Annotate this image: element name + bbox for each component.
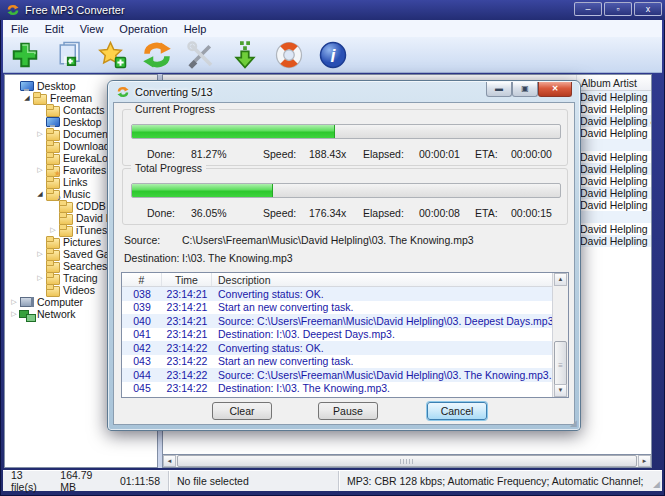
current-progress-stats: Done: 81.27% Speed: 188.43x Elapsed: 00:…: [123, 148, 567, 160]
window-title: Free MP3 Converter: [25, 4, 125, 16]
log-column-number[interactable]: #: [122, 273, 162, 286]
clear-button[interactable]: Clear: [212, 402, 272, 420]
menu-view[interactable]: View: [72, 22, 112, 36]
log-row[interactable]: 03823:14:21Converting status: OK.: [122, 287, 552, 301]
horizontal-scrollbar[interactable]: ◄ ►: [162, 455, 652, 468]
menu-file[interactable]: File: [3, 22, 37, 36]
minimize-button[interactable]: –: [574, 2, 602, 16]
folder-icon: [45, 248, 60, 260]
current-progress-label: Current Progress: [131, 103, 219, 115]
tree-item-label: Searches: [63, 260, 107, 272]
destination-path: I:\03. The Knowing.mp3: [182, 252, 293, 264]
folder-icon: [45, 128, 60, 140]
expand-arrow-icon[interactable]: ▷: [35, 128, 45, 140]
expand-arrow-icon[interactable]: ▷: [35, 164, 45, 176]
pause-button[interactable]: Pause: [318, 402, 378, 420]
tree-item-label: Desktop: [63, 116, 102, 128]
close-button[interactable]: x: [634, 2, 662, 16]
dialog-title: Converting 5/13: [135, 86, 213, 98]
help-button[interactable]: [271, 39, 307, 71]
log-row[interactable]: 04523:14:22Destination: I:\03. The Knowi…: [122, 382, 552, 396]
add-file-button[interactable]: [7, 39, 43, 71]
destination-row: Destination: I:\03. The Knowing.mp3: [124, 252, 293, 264]
eta-value: 00:00:15: [511, 207, 552, 219]
music-overlay-icon: ♪: [57, 194, 61, 202]
log-row[interactable]: 03923:14:21Start an new converting task.: [122, 301, 552, 315]
expand-arrow-icon[interactable]: ▷: [35, 248, 45, 260]
scroll-down-arrow[interactable]: ▼: [554, 384, 567, 397]
expand-arrow-icon[interactable]: ▷: [48, 224, 58, 236]
add-folder-button[interactable]: [51, 39, 87, 71]
expand-arrow-icon[interactable]: ▷: [9, 308, 19, 320]
tools-icon: [186, 40, 216, 70]
log-row[interactable]: 04123:14:21Destination: I:\03. Deepest D…: [122, 328, 552, 342]
log-number-cell: 038: [122, 288, 162, 300]
tree-item-label: Tracing: [63, 272, 98, 284]
log-row[interactable]: 04023:14:21Source: C:\Users\Freeman\Musi…: [122, 314, 552, 328]
log-time-cell: 23:14:22: [162, 355, 212, 367]
help-lifering-icon: [274, 40, 304, 70]
log-description-cell: Converting status: OK.: [212, 288, 552, 300]
expand-arrow-icon[interactable]: ◢: [35, 188, 45, 200]
expand-arrow-icon[interactable]: ◢: [22, 92, 32, 104]
status-format-panel: MP3: CBR 128 kbps; Automatic Frequency; …: [339, 471, 662, 491]
add-folder-icon: [54, 40, 84, 70]
status-output-format: MP3: CBR 128 kbps; Automatic Frequency; …: [347, 475, 643, 487]
tree-item-label: Desktop: [37, 80, 76, 92]
network-icon: [19, 308, 34, 320]
scroll-left-arrow[interactable]: ◄: [163, 455, 176, 467]
maximize-button[interactable]: ▫: [604, 2, 632, 16]
resize-grip[interactable]: ◢: [653, 479, 660, 489]
tree-item-label: Videos: [63, 284, 95, 296]
menu-operation[interactable]: Operation: [111, 22, 175, 36]
tree-item-label: Links: [63, 176, 88, 188]
log-description-cell: Source: C:\Users\Freeman\Music\David Hel…: [212, 315, 552, 327]
elapsed-value: 00:00:01: [419, 148, 460, 160]
current-progress-group: Current Progress Done: 81.27% Speed: 188…: [122, 109, 568, 166]
log-number-cell: 044: [122, 369, 162, 381]
tools-button[interactable]: [183, 39, 219, 71]
menu-bar: File Edit View Operation Help: [3, 20, 662, 37]
speed-value: 188.43x: [309, 148, 346, 160]
log-row[interactable]: 04223:14:22Converting status: OK.: [122, 341, 552, 355]
cancel-button[interactable]: Cancel: [427, 402, 487, 420]
log-description-cell: Converting status: OK.: [212, 342, 552, 354]
dialog-close-button[interactable]: ✕: [538, 82, 572, 97]
column-header-album-artist[interactable]: Album Artist: [576, 75, 652, 90]
scroll-up-arrow[interactable]: ▲: [554, 273, 567, 286]
status-selection-panel: No file selected: [169, 471, 339, 491]
dialog-maximize-button[interactable]: ▣: [512, 82, 538, 97]
album-artist-cell: David Helpling: [580, 223, 648, 235]
menu-edit[interactable]: Edit: [37, 22, 72, 36]
dialog-title-bar[interactable]: Converting 5/13 ▬ ▣ ✕: [108, 81, 580, 102]
total-progress-stats: Done: 36.05% Speed: 176.34x Elapsed: 00:…: [123, 207, 567, 219]
dialog-minimize-button[interactable]: ▬: [486, 82, 512, 97]
download-button[interactable]: [227, 39, 263, 71]
monitor-icon: [19, 80, 34, 92]
about-button[interactable]: i: [315, 39, 351, 71]
log-row[interactable]: 04423:14:22Source: C:\Users\Freeman\Musi…: [122, 368, 552, 382]
add-favorite-button[interactable]: [95, 39, 131, 71]
log-rows: 03823:14:21Converting status: OK.03923:1…: [122, 287, 552, 397]
log-vertical-scrollbar[interactable]: ▲ ▼: [552, 273, 568, 397]
menu-help[interactable]: Help: [176, 22, 215, 36]
title-bar[interactable]: Free MP3 Converter – ▫ x: [0, 0, 665, 20]
folder-icon: [45, 140, 60, 152]
log-column-description[interactable]: Description: [212, 273, 552, 286]
dialog-resize-grip[interactable]: ◢: [570, 418, 577, 428]
add-favorite-icon: [98, 40, 128, 70]
source-path: C:\Users\Freeman\Music\David Helpling\03…: [182, 234, 474, 246]
source-row: Source: C:\Users\Freeman\Music\David Hel…: [124, 234, 474, 246]
convert-button[interactable]: [139, 39, 175, 71]
done-label: Done:: [147, 148, 175, 160]
scroll-thumb[interactable]: [177, 455, 637, 467]
expand-arrow-icon[interactable]: ▷: [35, 272, 45, 284]
convert-icon: [141, 40, 173, 70]
log-column-time[interactable]: Time: [162, 273, 212, 286]
total-progress-bar: [131, 183, 561, 198]
status-bar: 13 file(s) 164.79 MB 01:11:58 No file se…: [3, 470, 662, 491]
add-file-icon: [10, 40, 40, 70]
expand-arrow-icon[interactable]: ▷: [9, 296, 19, 308]
log-row[interactable]: 04323:14:22Start an new converting task.: [122, 355, 552, 369]
scroll-right-arrow[interactable]: ►: [638, 455, 651, 467]
